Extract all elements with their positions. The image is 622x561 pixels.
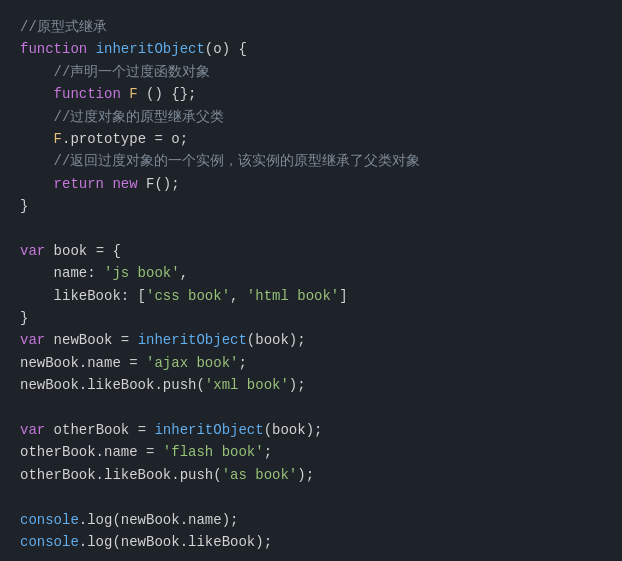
code-line: var newBook = inheritObject(book);: [20, 329, 602, 351]
code-line: [20, 397, 602, 419]
string: 'js book': [104, 265, 180, 281]
builtin-object: console: [20, 512, 79, 528]
code-line: }: [20, 195, 602, 217]
code-line: [20, 553, 602, 561]
keyword: return: [54, 176, 104, 192]
code-line: }: [20, 307, 602, 329]
function-call: inheritObject: [154, 422, 263, 438]
code-line: newBook.likeBook.push('xml book');: [20, 374, 602, 396]
string: 'css book': [146, 288, 230, 304]
string: 'ajax book': [146, 355, 238, 371]
function-call: inheritObject: [138, 332, 247, 348]
string: 'xml book': [205, 377, 289, 393]
comment: //声明一个过度函数对象: [54, 64, 211, 80]
code-line: console.log(newBook.name);: [20, 509, 602, 531]
code-line: //声明一个过度函数对象: [20, 61, 602, 83]
string: 'as book': [222, 467, 298, 483]
code-line: name: 'js book',: [20, 262, 602, 284]
comment: //原型式继承: [20, 19, 107, 35]
code-line: var book = {: [20, 240, 602, 262]
code-line: function inheritObject(o) {: [20, 38, 602, 60]
code-line: likeBook: ['css book', 'html book']: [20, 285, 602, 307]
code-editor: //原型式继承 function inheritObject(o) { //声明…: [0, 0, 622, 561]
string: 'flash book': [163, 444, 264, 460]
comment: //返回过度对象的一个实例，该实例的原型继承了父类对象: [54, 153, 421, 169]
keyword: function: [20, 41, 87, 57]
code-line: //过度对象的原型继承父类: [20, 106, 602, 128]
builtin-object: console: [20, 534, 79, 550]
keyword: function: [54, 86, 121, 102]
code-line: //原型式继承: [20, 16, 602, 38]
comment: //过度对象的原型继承父类: [54, 109, 225, 125]
code-line: otherBook.name = 'flash book';: [20, 441, 602, 463]
string: 'html book': [247, 288, 339, 304]
keyword: new: [112, 176, 137, 192]
keyword: var: [20, 422, 45, 438]
code-line: F.prototype = o;: [20, 128, 602, 150]
code-line: //返回过度对象的一个实例，该实例的原型继承了父类对象: [20, 150, 602, 172]
code-line: function F () {};: [20, 83, 602, 105]
keyword: var: [20, 332, 45, 348]
code-line: console.log(newBook.likeBook);: [20, 531, 602, 553]
code-line: [20, 218, 602, 240]
keyword: var: [20, 243, 45, 259]
code-line: return new F();: [20, 173, 602, 195]
code-line: otherBook.likeBook.push('as book');: [20, 464, 602, 486]
code-line: var otherBook = inheritObject(book);: [20, 419, 602, 441]
function-name: inheritObject: [96, 41, 205, 57]
code-line: [20, 486, 602, 508]
code-line: newBook.name = 'ajax book';: [20, 352, 602, 374]
